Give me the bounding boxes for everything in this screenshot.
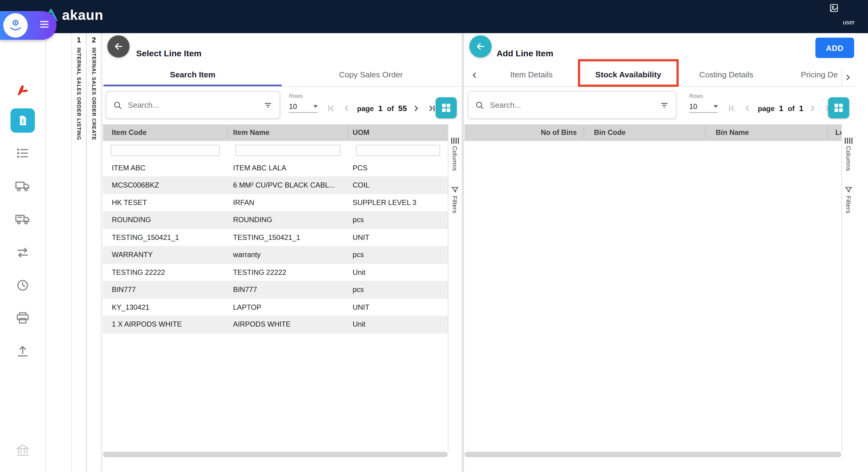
column-filter-row <box>103 141 448 159</box>
column-header-bin-name[interactable]: Bin Name <box>706 127 828 139</box>
filters-toggle[interactable]: Filters <box>448 186 462 213</box>
search-icon <box>113 100 122 109</box>
tab-costing-details[interactable]: Costing Details <box>699 64 753 86</box>
active-module-badge <box>10 108 35 133</box>
rows-select[interactable]: 10 <box>689 102 718 113</box>
prev-page-button[interactable] <box>341 102 352 114</box>
table-row[interactable]: BIN777BIN777pcs <box>103 281 448 299</box>
rows-select[interactable]: 10 <box>289 102 318 113</box>
table-row[interactable]: MCSC006BKZ6 MM² CU/PVC BLACK CABL...COIL <box>103 177 448 194</box>
table-cell: ITEM ABC LALA <box>227 164 348 172</box>
filters-toggle[interactable]: Filters <box>842 186 855 213</box>
upload-icon[interactable] <box>0 344 45 358</box>
item-table-header: Item Code Item Name UOM <box>103 124 448 141</box>
item-table-body: ITEM ABCITEM ABC LALAPCSMCSC006BKZ6 MM² … <box>103 159 448 334</box>
table-cell: KY_130421 <box>103 303 227 311</box>
table-cell: BIN777 <box>103 285 227 294</box>
table-cell: TESTING_150421_1 <box>103 233 227 242</box>
table-row[interactable]: TESTING_150421_1TESTING_150421_1UNIT <box>103 229 448 246</box>
menu-icon <box>39 19 50 32</box>
tab-pricing-details[interactable]: Pricing De <box>801 64 838 86</box>
tab-search-item[interactable]: Search Item <box>103 64 281 86</box>
horizontal-scrollbar[interactable] <box>103 452 448 457</box>
column-header-item-name[interactable]: Item Name <box>227 127 348 139</box>
next-page-button[interactable] <box>410 102 422 114</box>
rows-value: 10 <box>689 102 698 111</box>
table-cell: ITEM ABC <box>103 164 227 172</box>
page-label: page <box>758 104 775 112</box>
pagination: page 1 of 55 <box>325 102 438 114</box>
rows-per-page: Rows 10 <box>289 93 322 113</box>
panel-title: Select Line Item <box>136 48 202 58</box>
table-cell: COIL <box>348 181 448 189</box>
bin-search-box <box>468 91 676 119</box>
page-total: 55 <box>398 104 407 112</box>
building-faded-icon[interactable] <box>0 442 45 458</box>
column-header-location[interactable]: Lo <box>828 127 841 139</box>
first-page-button[interactable] <box>325 102 337 114</box>
page-number: 1 <box>378 104 382 112</box>
column-header-uom[interactable]: UOM <box>348 127 448 139</box>
printer-icon[interactable] <box>0 311 45 325</box>
horizontal-scrollbar[interactable] <box>464 452 841 457</box>
funnel-icon <box>451 186 459 193</box>
table-row[interactable]: ITEM ABCITEM ABC LALAPCS <box>103 159 448 177</box>
table-cell: PCS <box>348 164 448 172</box>
columns-toggle[interactable]: Columns <box>448 134 462 171</box>
columns-toggle[interactable]: Columns <box>842 134 855 171</box>
add-button[interactable]: ADD <box>815 38 854 58</box>
tabs-scroll-right-button[interactable] <box>841 69 854 86</box>
grid-view-button[interactable] <box>435 97 457 118</box>
tab-stock-availability[interactable]: Stock Availability <box>595 64 661 86</box>
acrobat-module-icon[interactable] <box>0 82 45 98</box>
vertical-tab-label: INTERNAL SALES ORDER LISTING <box>76 47 82 140</box>
table-row[interactable]: TESTING 22222TESTING 22222Unit <box>103 264 448 281</box>
user-avatar[interactable]: user <box>829 3 855 27</box>
table-row[interactable]: HK TESETIRFANSUPPLER LEVEL 3 <box>103 194 448 212</box>
chevron-down-icon <box>714 105 718 108</box>
vertical-tab-number: 1 <box>72 36 86 44</box>
vertical-tab-internal-sales-order-create[interactable]: 2 INTERNAL SALES ORDER CREATE <box>87 33 101 472</box>
add-line-item-panel: Add Line Item ADD Item Details Stock Ava… <box>464 33 855 472</box>
truck-shipping-icon[interactable] <box>0 211 45 227</box>
list-icon[interactable] <box>0 146 45 161</box>
table-cell: ROUNDING <box>227 216 348 224</box>
app-switcher[interactable] <box>0 11 56 40</box>
column-header-no-of-bins[interactable]: No of Bins <box>464 127 584 139</box>
truck-delivery-icon[interactable] <box>0 178 45 193</box>
back-button[interactable] <box>470 36 492 58</box>
tab-item-details[interactable]: Item Details <box>510 64 553 86</box>
filter-list-icon[interactable] <box>263 100 273 110</box>
sales-doc-module-icon[interactable] <box>0 108 45 133</box>
brand-name: akaun <box>62 7 103 23</box>
grid-view-button[interactable] <box>828 97 849 118</box>
next-page-button[interactable] <box>807 102 818 114</box>
table-row[interactable]: KY_130421LAPTOPUNIT <box>103 299 448 316</box>
filter-list-icon[interactable] <box>659 100 670 110</box>
item-name-filter-input[interactable] <box>236 144 341 156</box>
grip-icon <box>451 138 459 144</box>
transfer-arrows-icon[interactable] <box>0 245 45 260</box>
search-input[interactable] <box>489 100 659 110</box>
first-page-button[interactable] <box>726 102 738 114</box>
uom-filter-input[interactable] <box>356 144 440 156</box>
prev-page-button[interactable] <box>741 102 753 114</box>
rows-per-page: Rows 10 <box>689 93 722 113</box>
tab-copy-sales-order[interactable]: Copy Sales Order <box>282 64 460 86</box>
vertical-tab-internal-sales-order-listing[interactable]: 1 INTERNAL SALES ORDER LISTING <box>71 33 87 472</box>
back-button[interactable] <box>107 36 129 58</box>
column-header-item-code[interactable]: Item Code <box>103 127 227 139</box>
tabs-scroll-left-button[interactable] <box>468 69 480 81</box>
arrow-back-icon <box>475 41 486 52</box>
table-row[interactable]: WARRANTYwarrantypcs <box>103 246 448 264</box>
table-side-rail: Columns Filters <box>448 124 462 451</box>
table-row[interactable]: ROUNDINGROUNDINGpcs <box>103 212 448 229</box>
table-row[interactable]: 1 X AIRPODS WHITEAIRPODS WHITEUnit <box>103 316 448 334</box>
panel-title: Add Line Item <box>497 48 553 58</box>
rows-label: Rows <box>289 93 322 99</box>
search-input[interactable] <box>127 100 263 110</box>
column-header-bin-code[interactable]: Bin Code <box>584 127 706 139</box>
item-code-filter-input[interactable] <box>111 144 220 156</box>
panel-divider <box>462 33 464 472</box>
history-clock-icon[interactable] <box>0 278 45 293</box>
